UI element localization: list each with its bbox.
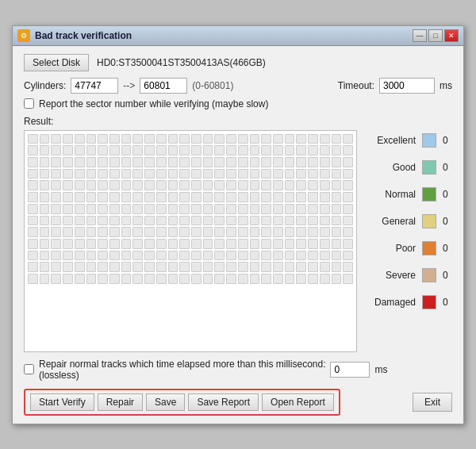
grid-cell: [320, 134, 330, 144]
repair-ms-input[interactable]: [330, 362, 370, 378]
grid-cell: [109, 274, 120, 284]
grid-cell: [238, 274, 248, 284]
grid-cell: [156, 274, 167, 284]
grid-cell: [132, 239, 143, 249]
grid-cell: [273, 157, 283, 167]
grid-cell: [109, 169, 120, 179]
grid-cell: [320, 216, 330, 226]
grid-cell: [332, 251, 342, 261]
repair-button[interactable]: Repair: [98, 393, 143, 411]
grid-cell: [63, 216, 73, 226]
grid-cell: [51, 145, 61, 155]
minimize-button[interactable]: —: [413, 29, 427, 42]
legend-color-swatch: [422, 214, 436, 228]
grid-cell: [296, 134, 306, 144]
grid-cell: [132, 274, 143, 284]
grid-cell: [75, 262, 85, 272]
grid-cell: [28, 274, 38, 284]
grid-cell: [40, 134, 50, 144]
legend-item-label: General: [382, 216, 416, 227]
grid-cell: [203, 134, 213, 144]
grid-cell: [261, 216, 271, 226]
grid-cell: [273, 145, 283, 155]
grid-cell: [75, 157, 85, 167]
grid-cell: [285, 134, 295, 144]
grid-cell: [320, 192, 330, 202]
grid-cell: [86, 251, 97, 261]
grid-cell: [168, 157, 178, 167]
cylinders-start-input[interactable]: [71, 78, 118, 94]
content-area: Select Disk HD0:ST3500041ST3500413AS(466…: [13, 46, 463, 424]
grid-cell: [250, 262, 260, 272]
action-buttons-group: Start Verify Repair Save Save Report Ope…: [24, 389, 340, 416]
maximize-button[interactable]: □: [428, 29, 443, 42]
grid-cell: [214, 204, 225, 214]
grid-container: [24, 130, 357, 352]
timeout-input[interactable]: [379, 78, 435, 94]
grid-cell: [214, 169, 225, 179]
grid-cell: [343, 157, 353, 167]
grid-cell: [226, 145, 236, 155]
main-window: ⚙ Bad track verification — □ ✕ Select Di…: [12, 25, 464, 424]
grid-cell: [75, 169, 85, 179]
grid-cell: [98, 216, 108, 226]
checkbox-report-row: Report the sector number while verifying…: [24, 98, 452, 109]
grid-cell: [191, 227, 202, 237]
grid-cell: [261, 192, 271, 202]
grid-cell: [343, 227, 353, 237]
grid-cell: [168, 180, 178, 190]
grid-cell: [132, 169, 143, 179]
grid-cell: [98, 274, 108, 284]
grid-cell: [238, 251, 248, 261]
grid-cell: [308, 157, 318, 167]
grid-cell: [144, 145, 155, 155]
report-sector-checkbox[interactable]: [24, 98, 34, 109]
grid-cell: [250, 274, 260, 284]
open-report-button[interactable]: Open Report: [262, 393, 334, 411]
grid-cell: [144, 180, 155, 190]
grid-cell: [285, 216, 295, 226]
grid-cell: [250, 251, 260, 261]
close-button[interactable]: ✕: [444, 29, 459, 42]
select-disk-button[interactable]: Select Disk: [24, 54, 89, 71]
grid-cell: [261, 239, 271, 249]
save-button[interactable]: Save: [146, 393, 185, 411]
grid-cell: [144, 134, 155, 144]
cylinders-end-input[interactable]: [140, 78, 187, 94]
grid-cell: [28, 227, 38, 237]
grid-cell: [51, 251, 61, 261]
grid-cell: [308, 134, 318, 144]
grid-cell: [285, 180, 295, 190]
grid-cell: [261, 157, 271, 167]
grid-cell: [261, 227, 271, 237]
grid-cell: [320, 239, 330, 249]
legend-item-count: 0: [443, 135, 452, 146]
exit-button[interactable]: Exit: [413, 393, 452, 412]
repair-checkbox[interactable]: [24, 364, 34, 374]
start-verify-button[interactable]: Start Verify: [30, 393, 94, 411]
grid-cell: [156, 192, 167, 202]
grid-cell: [179, 227, 190, 237]
grid-cell: [156, 145, 167, 155]
grid-cell: [320, 262, 330, 272]
grid-cell: [109, 239, 120, 249]
grid-cell: [238, 227, 248, 237]
grid-cell: [40, 239, 50, 249]
grid-cell: [343, 180, 353, 190]
grid-cell: [86, 274, 97, 284]
grid-cell: [168, 145, 178, 155]
grid-cell: [40, 169, 50, 179]
save-report-button[interactable]: Save Report: [188, 393, 259, 411]
grid-cell: [86, 192, 97, 202]
grid-cell: [109, 157, 120, 167]
grid-cell: [308, 145, 318, 155]
grid-cell: [238, 204, 248, 214]
grid-cell: [51, 169, 61, 179]
legend-item-count: 0: [443, 162, 452, 173]
grid-cell: [63, 251, 73, 261]
grid-cell: [109, 134, 120, 144]
legend-item-label: Good: [393, 162, 416, 173]
grid-cell: [285, 145, 295, 155]
grid-cell: [285, 157, 295, 167]
grid-cell: [308, 274, 318, 284]
